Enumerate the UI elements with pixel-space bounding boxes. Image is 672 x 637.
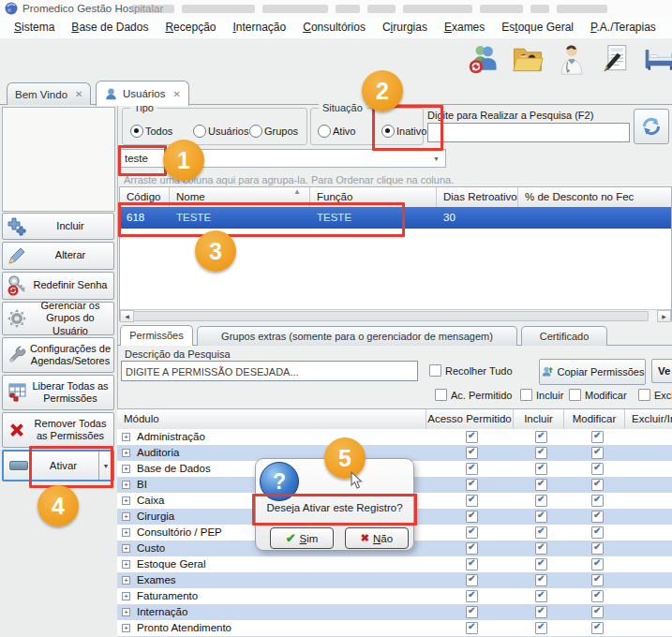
- incluir-checkbox[interactable]: [535, 463, 547, 475]
- acesso-checkbox[interactable]: [466, 511, 478, 523]
- expand-plus-icon[interactable]: [122, 496, 130, 505]
- expand-plus-icon[interactable]: [122, 512, 130, 521]
- tab-grupos-extras[interactable]: Grupos extras (somente para o gerenciado…: [197, 326, 517, 346]
- menu-sistema[interactable]: Sistema: [6, 17, 63, 38]
- modificar-checkbox[interactable]: [591, 511, 604, 523]
- modificar-checkbox[interactable]: [591, 526, 604, 539]
- incluir-checkbox[interactable]: [535, 479, 547, 491]
- perm-search-input[interactable]: DIGITE A PERMISSÃO DESEJADA...: [121, 361, 418, 381]
- modificar-checkbox[interactable]: [569, 389, 581, 401]
- incluir-checkbox[interactable]: [535, 526, 547, 539]
- incluir-checkbox[interactable]: [535, 590, 547, 602]
- col-excluir-inativar[interactable]: Excluir/In: [625, 409, 672, 429]
- acesso-checkbox[interactable]: [466, 558, 478, 570]
- ver-button[interactable]: Ve: [651, 359, 672, 383]
- incluir-checkbox[interactable]: [535, 511, 547, 523]
- expand-plus-icon[interactable]: [122, 481, 130, 489]
- nao-button[interactable]: ✖ Não: [345, 527, 409, 549]
- acesso-checkbox[interactable]: [466, 606, 478, 618]
- expand-plus-icon[interactable]: [122, 576, 130, 585]
- acesso-checkbox[interactable]: [466, 590, 478, 602]
- user-sync-icon[interactable]: [466, 41, 501, 77]
- incluir-checkbox[interactable]: [535, 622, 547, 634]
- redefinir-senha-button[interactable]: Redefinir Senha: [2, 272, 114, 300]
- expand-plus-icon[interactable]: [122, 544, 130, 553]
- menu-base-de-dados[interactable]: Base de Dados: [63, 17, 157, 38]
- sim-button[interactable]: ✔ Sim: [270, 527, 334, 549]
- configuracoes-agendas-button[interactable]: Configurações de Agendas/Setores: [2, 337, 114, 373]
- liberar-permissoes-button[interactable]: Liberar Todas as Permissões: [2, 375, 114, 410]
- menu-exames[interactable]: Exames: [436, 17, 493, 38]
- col-dias-retroativos[interactable]: Dias Retroativos: [437, 187, 518, 207]
- modificar-checkbox[interactable]: [591, 447, 604, 459]
- acesso-checkbox[interactable]: [466, 479, 478, 491]
- incluir-checkbox[interactable]: [520, 389, 532, 401]
- module-row[interactable]: Exames: [117, 572, 672, 588]
- acesso-checkbox[interactable]: [466, 463, 478, 475]
- incluir-button[interactable]: Incluir: [2, 213, 114, 240]
- tab-bem-vindo[interactable]: Bem Vindo ✕: [7, 82, 91, 105]
- refresh-button[interactable]: [634, 109, 669, 144]
- modificar-checkbox[interactable]: [591, 495, 604, 507]
- expand-plus-icon[interactable]: [122, 608, 130, 616]
- menu-recepcao[interactable]: Recepção: [157, 17, 224, 38]
- modificar-checkbox[interactable]: [591, 558, 604, 570]
- tab-permissoes[interactable]: Permissões: [120, 325, 193, 346]
- incluir-checkbox[interactable]: [535, 447, 547, 459]
- expand-plus-icon[interactable]: [122, 560, 130, 569]
- menu-pa-terapias[interactable]: P.A./Terapias: [582, 17, 665, 38]
- remover-permissoes-button[interactable]: Remover Todas as Permissões: [2, 412, 114, 448]
- modificar-checkbox[interactable]: [591, 431, 604, 443]
- col-modulo[interactable]: Módulo: [117, 409, 426, 429]
- acesso-checkbox[interactable]: [466, 542, 478, 555]
- acesso-checkbox[interactable]: [466, 574, 478, 586]
- incluir-checkbox[interactable]: [535, 495, 547, 507]
- modificar-checkbox[interactable]: [591, 590, 604, 602]
- incluir-checkbox[interactable]: [535, 542, 547, 555]
- chevron-down-icon[interactable]: ▼: [433, 156, 445, 162]
- search-input[interactable]: [427, 123, 630, 142]
- expand-plus-icon[interactable]: [122, 528, 130, 537]
- menu-faturamento[interactable]: Faturamento: [665, 17, 672, 38]
- incluir-checkbox[interactable]: [535, 574, 547, 586]
- expand-plus-icon[interactable]: [122, 592, 130, 600]
- modificar-checkbox[interactable]: [591, 574, 604, 586]
- radio-ativo[interactable]: [318, 125, 331, 138]
- module-row[interactable]: Faturamento: [117, 588, 672, 604]
- tab-usuarios[interactable]: Usuários ✕: [96, 81, 189, 106]
- modificar-checkbox[interactable]: [591, 463, 604, 475]
- modificar-checkbox[interactable]: [591, 542, 604, 555]
- module-row[interactable]: Administração: [117, 429, 672, 445]
- module-row[interactable]: Estoque Geral: [117, 556, 672, 572]
- col-incluir[interactable]: Incluir: [514, 409, 564, 429]
- menu-consultorios[interactable]: Consultórios: [294, 17, 374, 38]
- expand-plus-icon[interactable]: [122, 624, 130, 632]
- scrollbar-thumb[interactable]: [133, 311, 649, 321]
- tab-close-icon[interactable]: ✕: [75, 89, 82, 99]
- acesso-checkbox[interactable]: [466, 526, 478, 539]
- acesso-checkbox[interactable]: [466, 431, 478, 443]
- incluir-checkbox[interactable]: [535, 431, 547, 443]
- gerenciar-grupos-button[interactable]: Gerenciar os Grupos do Usuário: [2, 302, 114, 335]
- module-row[interactable]: Internação: [117, 604, 672, 620]
- modificar-checkbox[interactable]: [591, 479, 604, 491]
- tab-certificado[interactable]: Certificado: [521, 326, 607, 346]
- expand-plus-icon[interactable]: [122, 449, 130, 457]
- module-row[interactable]: Pronto Atendimento: [117, 620, 672, 636]
- prescription-icon[interactable]: [598, 41, 634, 77]
- copiar-permissoes-button[interactable]: Copiar Permissões: [539, 359, 646, 385]
- incluir-checkbox[interactable]: [535, 558, 547, 570]
- ac-permitido-checkbox[interactable]: [435, 389, 447, 401]
- tab-close-icon[interactable]: ✕: [172, 89, 180, 99]
- modificar-checkbox[interactable]: [591, 622, 604, 634]
- alterar-button[interactable]: Alterar: [2, 242, 114, 270]
- horizontal-scrollbar[interactable]: ◀ ▶: [120, 309, 671, 321]
- hospital-bed-icon[interactable]: [642, 41, 672, 77]
- excluir-checkbox[interactable]: [638, 389, 650, 401]
- incluir-checkbox[interactable]: [535, 606, 547, 618]
- expand-plus-icon[interactable]: [122, 433, 130, 441]
- doctor-icon[interactable]: [554, 41, 590, 77]
- acesso-checkbox[interactable]: [466, 622, 478, 634]
- radio-grupos[interactable]: [249, 125, 262, 138]
- recolher-tudo-checkbox[interactable]: [429, 364, 441, 377]
